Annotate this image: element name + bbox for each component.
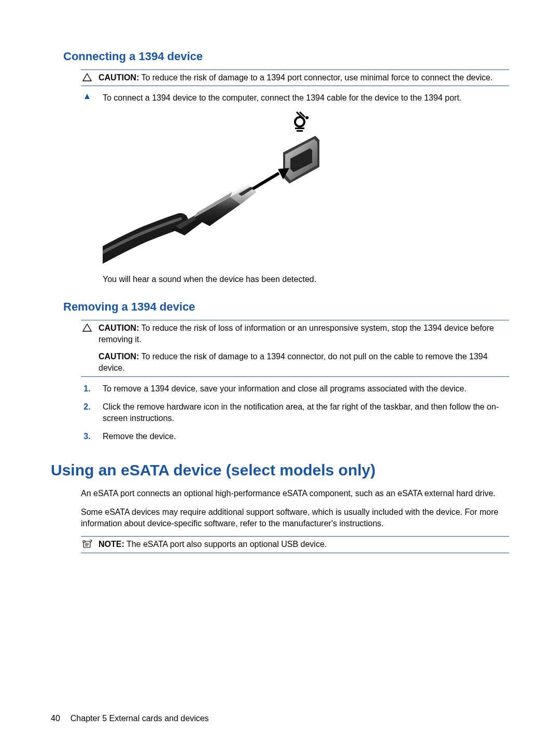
step-connect-text: To connect a 1394 device to the computer… — [103, 92, 509, 104]
page-number: 40 — [51, 713, 60, 724]
svg-rect-3 — [297, 130, 303, 132]
step-text: Remove the device. — [103, 431, 509, 442]
caution-label: CAUTION: — [99, 352, 139, 361]
heading-connecting-1394: Connecting a 1394 device — [63, 49, 509, 64]
svg-point-0 — [295, 117, 304, 126]
caution-text: To reduce the risk of loss of informatio… — [99, 324, 494, 344]
caution-box-connect: CAUTION: To reduce the risk of damage to… — [81, 69, 509, 87]
chapter-title: Chapter 5 External cards and devices — [71, 713, 209, 724]
svg-rect-5 — [83, 541, 85, 542]
step-number: 3. — [81, 431, 93, 442]
caution-text: To reduce the risk of damage to a 1394 p… — [141, 73, 493, 82]
esata-para1: An eSATA port connects an optional high-… — [81, 488, 509, 499]
svg-point-1 — [305, 116, 309, 119]
after-figure-text: You will hear a sound when the device ha… — [103, 274, 509, 285]
svg-rect-2 — [295, 128, 304, 129]
note-text: The eSATA port also supports an optional… — [127, 540, 327, 549]
caution-icon — [81, 322, 93, 332]
caution-icon — [81, 72, 93, 81]
caution-label: CAUTION: — [99, 73, 139, 82]
note-box-esata: NOTE: The eSATA port also supports an op… — [81, 536, 509, 553]
figure-1394-cable — [103, 111, 509, 266]
heading-esata: Using an eSATA device (select models onl… — [51, 460, 509, 481]
heading-removing-1394: Removing a 1394 device — [63, 299, 509, 315]
bullet-triangle-icon — [81, 92, 93, 100]
note-icon — [81, 539, 93, 549]
step-text: Click the remove hardware icon in the no… — [103, 401, 509, 424]
note-label: NOTE: — [99, 540, 124, 549]
step-number: 1. — [81, 383, 93, 395]
esata-para2: Some eSATA devices may require additiona… — [81, 507, 509, 529]
caution-box-remove: CAUTION: To reduce the risk of loss of i… — [81, 320, 509, 376]
step-number: 2. — [81, 401, 93, 413]
page-footer: 40 Chapter 5 External cards and devices — [51, 713, 209, 724]
caution-label: CAUTION: — [99, 324, 139, 332]
caution-text: To reduce the risk of damage to a 1394 c… — [99, 352, 487, 372]
step-text: To remove a 1394 device, save your infor… — [103, 383, 509, 395]
